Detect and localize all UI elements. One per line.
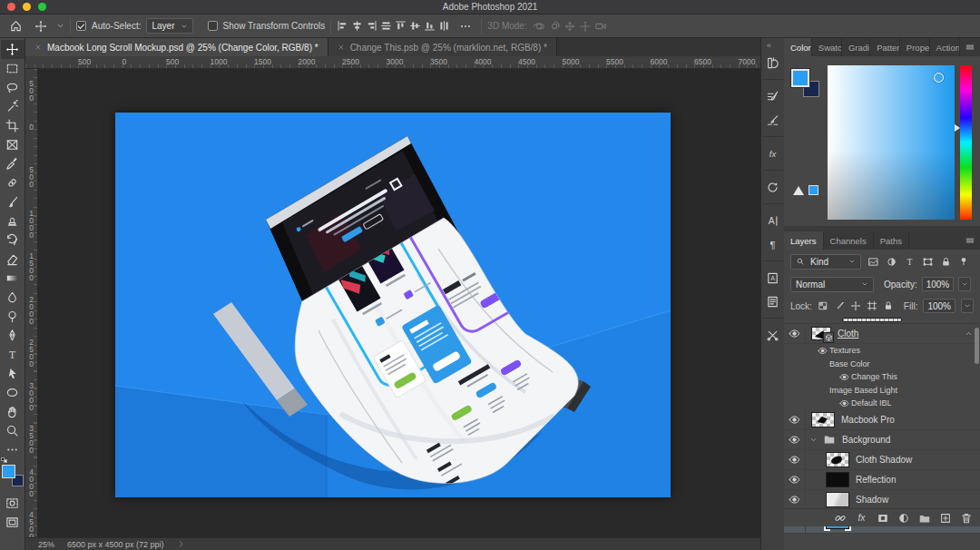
eyedropper-tool[interactable] [1, 154, 24, 173]
align-right-icon[interactable] [366, 20, 377, 32]
history-brush-tool[interactable] [1, 231, 24, 250]
canvas-viewport[interactable] [38, 69, 760, 537]
layer-row-cloth-shadow[interactable]: Cloth Shadow [784, 450, 980, 470]
dock-brush-settings-icon[interactable] [763, 86, 783, 106]
layer-style-fx-icon[interactable]: fx [855, 511, 868, 525]
filter-toggle-icon[interactable] [958, 256, 969, 267]
blend-mode-dropdown[interactable]: Normal [790, 277, 874, 292]
filter-shape-layers-icon[interactable] [922, 256, 934, 268]
dock-tool-presets-icon[interactable] [763, 325, 783, 345]
crop-tool[interactable] [1, 116, 24, 135]
show-transform-checkbox[interactable] [208, 21, 218, 31]
dock-paragraph-icon[interactable]: ¶ [763, 234, 783, 254]
layer-name[interactable]: Reflection [856, 475, 896, 485]
color-picker-circle[interactable] [934, 73, 944, 83]
visibility-eye-icon[interactable] [815, 344, 829, 358]
hue-slider[interactable] [960, 65, 972, 220]
visibility-eye-icon[interactable] [837, 370, 851, 384]
dock-character-styles-icon[interactable]: A [763, 268, 783, 288]
dock-character-icon[interactable]: A [763, 211, 783, 231]
tab-properties[interactable]: Prope [900, 38, 930, 56]
layer-thumbnail[interactable] [811, 327, 831, 340]
panel-menu-icon[interactable] [960, 231, 980, 250]
layer-name[interactable]: Shadow [856, 495, 888, 505]
lock-position-icon[interactable] [850, 300, 861, 311]
dock-styles-fx-icon[interactable]: fx [763, 143, 783, 163]
align-top-icon[interactable] [395, 20, 407, 32]
layer-thumbnail[interactable] [826, 472, 849, 487]
close-tab-icon[interactable] [34, 44, 42, 51]
visibility-eye-icon[interactable] [784, 450, 806, 469]
shape-tool[interactable] [1, 383, 24, 402]
new-layer-icon[interactable] [939, 512, 952, 525]
layers-vertical-scrollbar[interactable] [975, 328, 979, 364]
zoom-level-field[interactable]: 25% [38, 540, 54, 549]
align-left-icon[interactable] [337, 20, 348, 32]
layer-name[interactable]: Macbook Pro [841, 415, 895, 425]
zoom-tool[interactable] [1, 421, 24, 440]
layer-row-background-group[interactable]: Background [784, 430, 980, 450]
tab-actions[interactable]: Action [930, 38, 960, 56]
lock-all-icon[interactable] [883, 300, 894, 311]
distribute-v-icon[interactable] [438, 20, 450, 32]
layer-name[interactable]: Background [842, 435, 890, 445]
layer-thumbnail[interactable] [826, 492, 849, 507]
foreground-color-swatch[interactable] [2, 465, 15, 478]
document-tab-active[interactable]: Macbook Long Scroll Mockup.psd @ 25% (Ch… [25, 38, 328, 56]
layer-row-reflection[interactable]: Reflection [784, 470, 980, 490]
filter-adjustment-layers-icon[interactable] [886, 256, 897, 268]
new-group-icon[interactable] [918, 512, 931, 525]
tab-patterns[interactable]: Patter [870, 38, 900, 56]
delete-layer-icon[interactable] [960, 512, 973, 525]
tab-paths[interactable]: Paths [874, 231, 909, 250]
layer-sub-row-change-this[interactable]: Change This [784, 370, 980, 384]
align-bottom-icon[interactable] [424, 20, 436, 32]
type-tool[interactable]: T [1, 345, 24, 364]
layer-thumbnail[interactable] [811, 412, 835, 427]
toolbar-ellipsis[interactable] [1, 440, 24, 459]
add-mask-icon[interactable] [877, 512, 889, 525]
screen-mode-icon[interactable] [1, 513, 24, 532]
lasso-tool[interactable] [1, 78, 24, 97]
visibility-eye-icon[interactable] [784, 470, 806, 489]
collapse-panels-icon[interactable]: « [767, 41, 771, 50]
layer-sub-row-base-color[interactable]: Base Color [784, 358, 980, 371]
visibility-eye-icon[interactable] [837, 397, 851, 410]
auto-select-target-dropdown[interactable]: Layer [146, 18, 192, 34]
move-tool[interactable] [1, 40, 24, 59]
canvas-document[interactable] [115, 113, 671, 497]
layer-name[interactable]: Cloth [838, 329, 858, 339]
visibility-eye-icon[interactable] [784, 490, 806, 509]
dock-paragraph-styles-icon[interactable] [763, 291, 783, 311]
dock-brushes-icon[interactable] [763, 110, 783, 130]
visibility-eye-icon[interactable] [784, 410, 806, 429]
tab-color[interactable]: Color [784, 38, 812, 56]
more-options-icon[interactable] [456, 17, 475, 35]
tab-layers[interactable]: Layers [784, 231, 824, 250]
hand-tool[interactable] [1, 402, 24, 421]
layers-horizontal-scrollbar[interactable] [784, 317, 980, 323]
fill-chevron-icon[interactable] [961, 299, 974, 313]
distribute-h-icon[interactable] [380, 20, 392, 32]
lock-transparency-icon[interactable] [818, 300, 828, 311]
document-tab-inactive[interactable]: Change This.psb @ 25% (marklion.net, RGB… [328, 38, 557, 56]
visibility-eye-icon[interactable] [784, 430, 806, 449]
camera-3d-icon[interactable] [594, 20, 607, 33]
eraser-tool[interactable] [1, 250, 24, 269]
path-select-tool[interactable] [1, 364, 24, 383]
blur-tool[interactable] [1, 288, 24, 307]
marquee-tool[interactable] [1, 59, 24, 78]
auto-select-checkbox[interactable] [76, 21, 86, 31]
clone-stamp-tool[interactable] [1, 211, 24, 231]
hue-slider-arrow[interactable] [955, 124, 960, 132]
tab-channels[interactable]: Channels [824, 231, 874, 250]
layer-row-shadow[interactable]: Shadow [784, 490, 980, 510]
layer-row-macbook-pro[interactable]: Macbook Pro [784, 410, 980, 430]
adjustment-layer-icon[interactable] [897, 512, 910, 525]
home-icon[interactable] [5, 17, 25, 35]
foreground-color-swatch[interactable] [791, 69, 809, 87]
dock-history-icon[interactable] [763, 53, 783, 73]
slide-3d-icon[interactable] [579, 20, 592, 33]
saturation-brightness-field[interactable] [828, 65, 955, 220]
tab-gradients[interactable]: Gradi [842, 38, 870, 56]
